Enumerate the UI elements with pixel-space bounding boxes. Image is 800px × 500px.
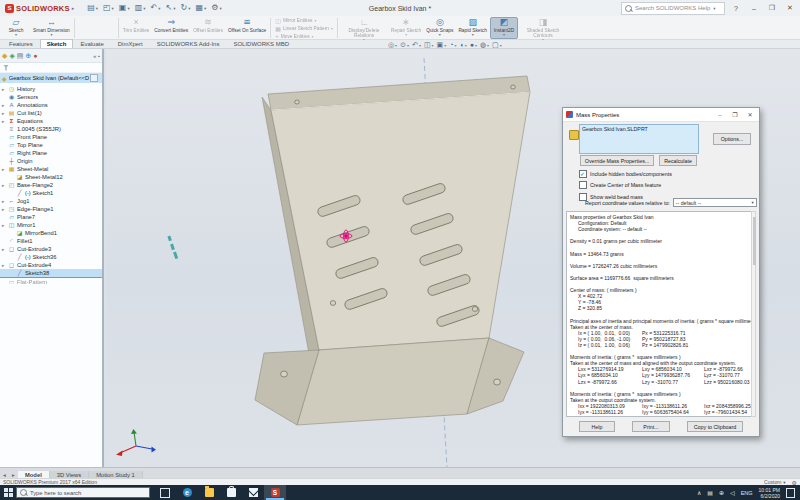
tree-item[interactable]: ▸ Base-Flange2: [0, 181, 102, 189]
sketch-entity-button[interactable]: [77, 32, 90, 39]
tree-filter-row[interactable]: [0, 63, 102, 73]
expand-arrow-icon[interactable]: ▸: [2, 183, 6, 188]
restore-button[interactable]: ❐: [765, 2, 779, 14]
expand-arrow-icon[interactable]: ▸: [2, 119, 6, 124]
options-button[interactable]: Options...: [713, 133, 751, 145]
tree-item[interactable]: ▸ Mirror1: [0, 221, 102, 229]
mail-icon[interactable]: [242, 485, 264, 500]
dialog-title-bar[interactable]: Mass Properties – ❐ ✕: [563, 108, 759, 122]
view-tool[interactable]: ▾: [412, 41, 421, 49]
tree-item[interactable]: ▸ Front Plane: [0, 133, 102, 141]
expand-arrow-icon[interactable]: ▸: [2, 167, 6, 172]
tree-item[interactable]: ▸ Sheet-Metal12: [0, 173, 102, 181]
tree-item[interactable]: ▸ Cut-Extrude3: [0, 245, 102, 253]
ribbon-button[interactable]: Linear Sketch Pattern ▾: [273, 25, 335, 32]
tree-item[interactable]: ▸ Fillet1: [0, 237, 102, 245]
tree-item[interactable]: ▸ History: [0, 85, 102, 93]
solidworks-taskbar-icon[interactable]: S: [264, 485, 286, 500]
network-icon[interactable]: ⊕: [719, 489, 724, 496]
close-button[interactable]: ✕: [783, 2, 797, 14]
sketch-entity-button[interactable]: [103, 32, 116, 39]
selection-list[interactable]: Gearbox Skid Ivan.SLDPRT: [579, 124, 699, 154]
tree-item[interactable]: ▸ Sketch38: [0, 269, 102, 278]
view-tool[interactable]: ▾: [470, 41, 477, 49]
action-center-icon[interactable]: [786, 488, 795, 498]
file-explorer-icon[interactable]: [198, 485, 220, 500]
quick-access-button[interactable]: ▾: [101, 2, 116, 15]
tree-item[interactable]: ▸ (-) Sketch1: [0, 189, 102, 197]
tree-item[interactable]: ▸ Jog1: [0, 197, 102, 205]
panel-chevrons-icon[interactable]: «: [93, 53, 96, 59]
propertymanager-tab-icon[interactable]: [9, 51, 14, 60]
tree-item[interactable]: ▸ (-) Sketch36: [0, 253, 102, 261]
ribbon-button[interactable]: Smart Dimension ▾: [31, 17, 72, 39]
quick-access-button[interactable]: ▾: [133, 2, 148, 15]
tree-item[interactable]: ▸ Annotations: [0, 101, 102, 109]
command-tab[interactable]: Sketch: [40, 39, 74, 48]
tray-expand-icon[interactable]: ∧: [697, 489, 701, 496]
task-view-icon[interactable]: [154, 485, 176, 500]
checkbox-box[interactable]: [579, 181, 587, 189]
tree-item[interactable]: ▸ Plane7: [0, 213, 102, 221]
tree-item[interactable]: ▸ Origin: [0, 157, 102, 165]
quick-access-button[interactable]: ▾: [193, 2, 208, 15]
taskbar-search-box[interactable]: Type here to search: [16, 487, 150, 498]
view-tool[interactable]: ▾: [449, 41, 456, 49]
quick-access-button[interactable]: ▾: [163, 2, 177, 15]
coordinate-system-dropdown[interactable]: -- default -- ▾: [673, 198, 757, 207]
view-tool[interactable]: ▾: [492, 41, 502, 49]
tree-item[interactable]: ▸ Flat-Pattern: [0, 278, 102, 286]
ribbon-button[interactable]: Offset Entities: [191, 17, 225, 39]
ribbon-button[interactable]: Quick Snaps ▾: [424, 17, 455, 39]
view-tool[interactable]: ▾: [424, 41, 434, 49]
tree-item[interactable]: ▸ MirrorBend1: [0, 229, 102, 237]
recalculate-button[interactable]: Recalculate: [659, 155, 697, 166]
ribbon-button[interactable]: Shaded Sketch Contours ▾: [519, 17, 567, 39]
ribbon-button[interactable]: Repair Sketch ▾: [389, 17, 423, 39]
checkbox[interactable]: Include hidden bodies/components: [579, 170, 672, 178]
displaymanager-tab-icon[interactable]: [33, 51, 37, 60]
configurationmanager-tab-icon[interactable]: [17, 51, 24, 60]
expand-arrow-icon[interactable]: ▸: [2, 87, 6, 92]
command-tab[interactable]: SOLIDWORKS MBD: [226, 39, 296, 48]
language-indicator[interactable]: ENG: [741, 490, 753, 496]
sketch-entity-button[interactable]: [90, 25, 103, 32]
search-caret-icon[interactable]: ▾: [713, 6, 715, 11]
tree-item[interactable]: ▸ 1.0045 (S355JR): [0, 125, 102, 133]
expand-arrow-icon[interactable]: ▸: [2, 263, 6, 268]
tree-item[interactable]: ▸ Edge-Flange1: [0, 205, 102, 213]
sketch-entity-button[interactable]: [90, 32, 103, 39]
ribbon-button[interactable]: Sketch ▾: [2, 17, 30, 39]
part-model[interactable]: [255, 76, 530, 425]
help-button[interactable]: ?: [729, 2, 743, 14]
command-tab[interactable]: Features: [2, 39, 40, 48]
view-tool[interactable]: ▾: [400, 41, 409, 49]
quick-access-button[interactable]: ▾: [85, 2, 100, 15]
ribbon-button[interactable]: Trim Entities: [121, 17, 151, 39]
file-menu-caret-icon[interactable]: ▸: [72, 5, 75, 11]
dialog-maximize-button[interactable]: ❐: [729, 109, 741, 120]
ribbon-button[interactable]: Convert Entities: [152, 17, 190, 39]
results-scrollbar[interactable]: [751, 211, 756, 417]
command-tab[interactable]: Evaluate: [73, 39, 110, 48]
view-tool[interactable]: ▾: [480, 41, 489, 49]
microsoft-store-icon[interactable]: [220, 485, 242, 500]
ribbon-button[interactable]: Offset On Surface: [226, 17, 268, 39]
expand-arrow-icon[interactable]: ▸: [2, 223, 6, 228]
tree-pin-icon[interactable]: [90, 74, 98, 82]
dialog-close-button[interactable]: ✕: [744, 109, 756, 120]
view-tool[interactable]: ▾: [459, 41, 466, 49]
view-tool[interactable]: ▾: [388, 41, 397, 49]
view-tool[interactable]: ▾: [437, 41, 447, 49]
ribbon-button[interactable]: Mirror Entities ▾: [273, 17, 335, 24]
checkbox[interactable]: Create Center of Mass feature: [579, 181, 672, 189]
expand-arrow-icon[interactable]: ▸: [2, 111, 6, 116]
dimxpertmanager-tab-icon[interactable]: [25, 51, 31, 60]
tree-item[interactable]: ▸ Sheet-Metal: [0, 165, 102, 173]
start-button[interactable]: [0, 485, 16, 500]
tree-item[interactable]: ▸ Right Plane: [0, 149, 102, 157]
quick-access-button[interactable]: ▾: [209, 2, 223, 15]
expand-arrow-icon[interactable]: ▸: [2, 199, 6, 204]
solidworks-logo[interactable]: S SOLIDWORKS ▸: [0, 4, 79, 13]
tree-item[interactable]: ▸ Top Plane: [0, 141, 102, 149]
